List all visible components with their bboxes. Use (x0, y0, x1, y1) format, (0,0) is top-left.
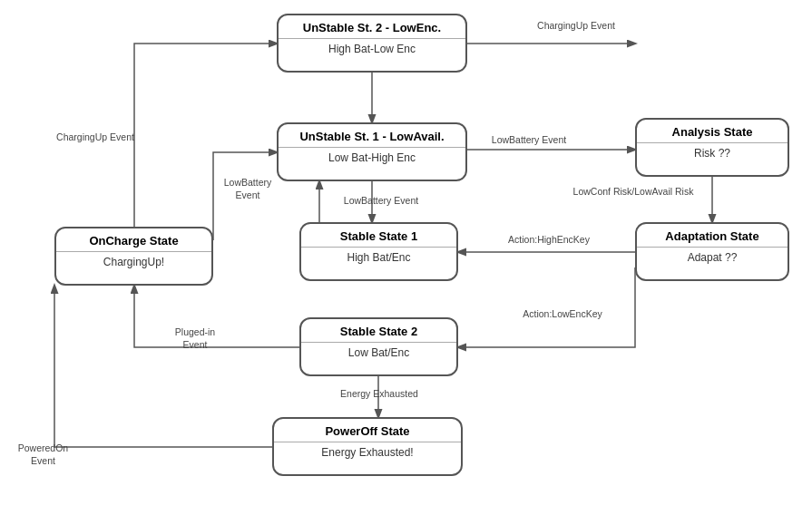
label-lowenckey: Action:LowEncKey (508, 308, 617, 321)
unstable2-subtitle: High Bat-Low Enc (279, 39, 465, 61)
unstable1-state: UnStable St. 1 - LowAvail. Low Bat-High … (277, 122, 467, 181)
analysis-subtitle: Risk ?? (637, 143, 788, 165)
stable2-title: Stable State 2 (301, 319, 456, 343)
label-plugedin: Pluged-inEvent (163, 326, 227, 351)
unstable2-state: UnStable St. 2 - LowEnc. High Bat-Low En… (277, 14, 467, 73)
oncharge-title: OnCharge State (56, 228, 211, 252)
label-poweredon: PoweredOnEvent (9, 442, 77, 467)
stable1-title: Stable State 1 (301, 224, 456, 248)
stable2-state: Stable State 2 Low Bat/Enc (299, 317, 458, 376)
label-highenckey: Action:HighEncKey (490, 234, 608, 247)
label-energy-exhausted: Energy Exhausted (325, 388, 434, 401)
oncharge-subtitle: ChargingUp! (56, 252, 211, 274)
label-lowbattery-left: LowBatteryEvent (216, 177, 279, 201)
unstable1-subtitle: Low Bat-High Enc (279, 148, 465, 170)
unstable2-title: UnStable St. 2 - LowEnc. (279, 15, 465, 39)
analysis-title: Analysis State (637, 120, 788, 143)
poweroff-state: PowerOff State Energy Exhausted! (272, 417, 463, 476)
label-lowbattery-analysis: LowBattery Event (474, 134, 583, 147)
stable2-subtitle: Low Bat/Enc (301, 343, 456, 364)
oncharge-state: OnCharge State ChargingUp! (54, 227, 213, 286)
poweroff-title: PowerOff State (274, 419, 461, 442)
adaptation-state: Adaptation State Adapat ?? (635, 222, 789, 281)
label-lowbattery-center: LowBattery Event (336, 195, 426, 208)
stable1-state: Stable State 1 High Bat/Enc (299, 222, 458, 281)
label-lowconf: LowConf Risk/LowAvail Risk (561, 186, 706, 199)
label-chargingup-right: ChargingUp Event (526, 20, 626, 33)
adaptation-subtitle: Adapat ?? (637, 248, 788, 269)
diagram-container: UnStable St. 2 - LowEnc. High Bat-Low En… (0, 0, 812, 515)
unstable1-title: UnStable St. 1 - LowAvail. (279, 124, 465, 148)
stable1-subtitle: High Bat/Enc (301, 248, 456, 269)
label-chargingup-left: ChargingUp Event (54, 131, 136, 144)
analysis-state: Analysis State Risk ?? (635, 118, 789, 177)
adaptation-title: Adaptation State (637, 224, 788, 248)
poweroff-subtitle: Energy Exhausted! (274, 442, 461, 464)
